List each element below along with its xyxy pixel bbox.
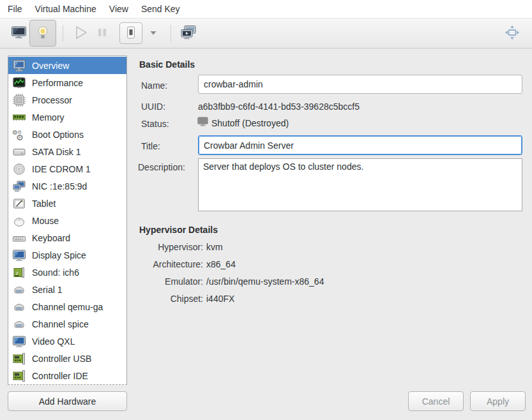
uuid-value: a6b3fbb9-c6fd-4141-bd53-39628c5bccf5 <box>198 101 360 112</box>
hypervisor-row-value: /usr/bin/qemu-system-x86_64 <box>206 276 324 287</box>
disk-icon <box>12 145 26 159</box>
apply-button[interactable]: Apply <box>470 391 526 411</box>
sidebar-item-performance[interactable]: Performance <box>8 74 126 91</box>
sidebar-item-label: Controller USB <box>32 354 91 364</box>
description-label: Description: <box>138 162 185 172</box>
nic-icon <box>12 179 26 193</box>
sidebar-item-display-spice[interactable]: Display Spice <box>8 246 126 264</box>
shutoff-monitor-icon <box>197 117 208 129</box>
sidebar-item-label: Controller IDE <box>32 371 88 381</box>
menu-view[interactable]: View <box>103 1 135 17</box>
tablet-icon <box>12 197 26 211</box>
open-console-window-button[interactable] <box>178 20 199 46</box>
computer-icon <box>12 59 26 73</box>
toolbar-separator <box>171 25 171 41</box>
sidebar-item-label: Performance <box>32 78 83 88</box>
sidebar-item-keyboard[interactable]: Keyboard <box>8 229 126 246</box>
svg-text:⚙: ⚙ <box>16 133 24 142</box>
consoles-icon <box>179 24 197 43</box>
name-label: Name: <box>141 80 167 91</box>
sidebar-item-nic-1e-85-9d[interactable]: NIC :1e:85:9d <box>8 177 126 195</box>
title-label: Title: <box>141 141 160 151</box>
menu-bar: File Virtual Machine View Send Key <box>0 0 532 19</box>
status-value-line: Shutoff (Destroyed) <box>197 117 289 129</box>
hypervisor-row-label: Hypervisor: <box>133 242 203 252</box>
menu-file[interactable]: File <box>1 1 29 17</box>
sidebar-item-label: Keyboard <box>32 233 70 243</box>
keyboard-icon <box>12 231 26 245</box>
display-icon <box>12 248 26 262</box>
fullscreen-icon <box>503 23 522 44</box>
performance-icon <box>12 76 26 90</box>
svg-text:♪: ♪ <box>15 269 19 276</box>
sidebar-item-processor[interactable]: Processor <box>8 91 126 109</box>
sidebar-item-boot-options[interactable]: ⚙⚙⚙Boot Options <box>8 126 126 143</box>
sidebar-item-label: Video QXL <box>32 336 75 347</box>
sidebar-item-label: Memory <box>32 112 65 123</box>
name-input[interactable] <box>198 75 522 94</box>
sidebar-item-ide-cdrom-1[interactable]: IDE CDROM 1 <box>8 160 126 177</box>
console-icon <box>10 24 27 43</box>
shutdown-button[interactable] <box>119 22 142 44</box>
menu-virtual-machine[interactable]: Virtual Machine <box>29 1 103 17</box>
controller-icon <box>12 352 26 366</box>
pause-button <box>91 20 113 46</box>
hypervisor-details-title: Hypervisor Details <box>139 225 218 235</box>
sidebar-item-sound-ich6[interactable]: ♪Sound: ich6 <box>8 264 126 281</box>
sidebar-item-tablet[interactable]: Tablet <box>8 195 126 212</box>
basic-details-title: Basic Details <box>139 59 195 70</box>
uuid-label: UUID: <box>141 101 165 112</box>
sidebar-item-sata-disk-1[interactable]: SATA Disk 1 <box>8 143 126 160</box>
hypervisor-row-label: Architecture: <box>133 259 203 269</box>
status-label: Status: <box>141 119 169 129</box>
fullscreen-button[interactable] <box>501 20 523 46</box>
sidebar-item-overview[interactable]: Overview <box>8 57 126 74</box>
add-hardware-button[interactable]: Add Hardware <box>8 391 127 411</box>
sidebar-item-controller-ide[interactable]: Controller IDE <box>8 367 126 384</box>
sidebar-item-channel-spice[interactable]: Channel spice <box>8 315 126 333</box>
sidebar-item-label: Tablet <box>32 199 56 209</box>
display-icon <box>12 334 26 349</box>
sidebar-item-label: Overview <box>32 61 69 71</box>
sidebar-item-label: Sound: ich6 <box>32 267 79 278</box>
sidebar-item-label: Display Spice <box>32 250 86 260</box>
sidebar-item-label: Serial 1 <box>32 285 62 295</box>
play-icon <box>71 23 90 44</box>
sidebar-item-serial-1[interactable]: Serial 1 <box>8 281 126 298</box>
hypervisor-row-value: x86_64 <box>206 259 236 269</box>
hardware-list[interactable]: OverviewPerformanceProcessorMemory⚙⚙⚙Boo… <box>8 56 127 385</box>
hypervisor-row-label: Emulator: <box>133 276 203 287</box>
show-graphical-console-button[interactable] <box>8 20 29 46</box>
cdrom-icon <box>12 162 26 176</box>
title-input[interactable] <box>198 135 522 155</box>
sidebar-item-label: Channel spice <box>32 319 89 329</box>
serial-icon <box>12 317 26 331</box>
sidebar-item-memory[interactable]: Memory <box>8 109 126 126</box>
sidebar-item-mouse[interactable]: Mouse <box>8 212 126 229</box>
sidebar-item-video-qxl[interactable]: Video QXL <box>8 333 126 350</box>
sidebar-item-label: IDE CDROM 1 <box>32 164 91 174</box>
lightbulb-icon <box>34 24 51 43</box>
hypervisor-row-label: Chipset: <box>133 294 203 304</box>
cancel-button[interactable]: Cancel <box>408 391 464 411</box>
memory-icon <box>12 110 26 124</box>
sidebar-item-label: Mouse <box>32 216 59 226</box>
boot-options-icon: ⚙⚙⚙ <box>12 128 26 142</box>
mouse-icon <box>12 214 26 228</box>
show-details-button[interactable] <box>29 20 56 47</box>
menu-send-key[interactable]: Send Key <box>135 1 186 17</box>
status-value: Shutoff (Destroyed) <box>211 118 289 128</box>
sidebar-item-label: NIC :1e:85:9d <box>32 181 87 191</box>
sidebar-item-channel-qemu-ga[interactable]: Channel qemu-ga <box>8 298 126 315</box>
serial-icon <box>12 283 26 297</box>
sidebar-item-label: Channel qemu-ga <box>32 302 103 312</box>
sidebar-item-label: SATA Disk 1 <box>32 147 81 157</box>
description-textarea[interactable]: Server that deploys OS to cluster nodes. <box>198 158 522 211</box>
hypervisor-row-value: i440FX <box>206 294 234 304</box>
sidebar-item-controller-usb[interactable]: Controller USB <box>8 350 126 367</box>
toolbar <box>0 19 532 49</box>
caret-down-icon <box>149 28 158 39</box>
shutdown-icon <box>125 25 137 42</box>
pause-icon <box>94 24 110 43</box>
shutdown-menu-button[interactable] <box>142 20 164 46</box>
